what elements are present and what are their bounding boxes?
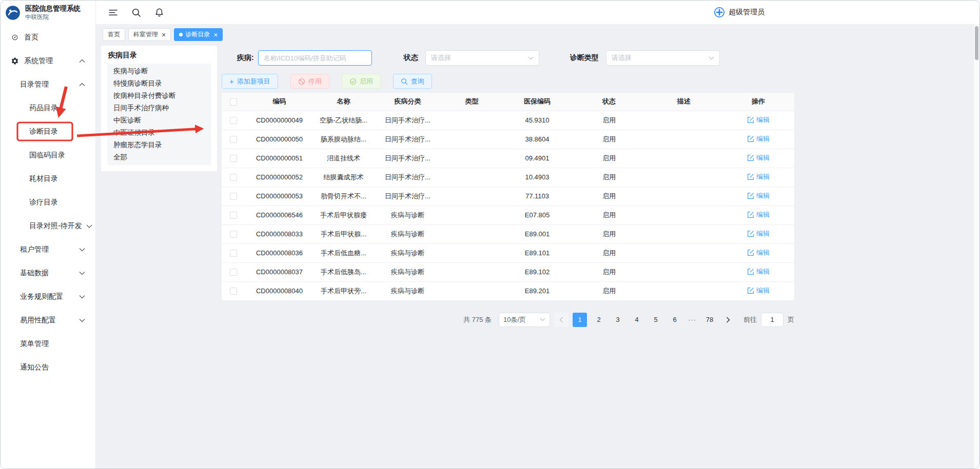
table-row: CD0000008036 手术后低血糖... 疾病与诊断 E89.101 启用 — [222, 243, 794, 262]
row-checkbox[interactable] — [230, 117, 237, 124]
edit-button[interactable]: 编辑 — [747, 134, 770, 144]
edit-button[interactable]: 编辑 — [747, 153, 770, 162]
table-row: CD0000000050 肠系膜动脉结... 日间手术治疗... 38.8604… — [222, 130, 794, 149]
sidebar-item-tenant-mgmt[interactable]: 租户管理 — [1, 238, 95, 261]
sidebar-item-catalog-mgmt[interactable]: 目录管理 — [1, 73, 95, 96]
cell-category: 疾病与诊断 — [373, 243, 442, 262]
cell-code: CD0000006546 — [245, 206, 314, 225]
row-checkbox[interactable] — [230, 155, 237, 162]
catalog-item[interactable]: 中医证候目录 — [107, 127, 211, 139]
page-number-button[interactable]: 1 — [573, 313, 587, 327]
close-icon[interactable]: × — [213, 31, 218, 38]
edit-button[interactable]: 编辑 — [747, 115, 770, 125]
chevron-down-icon — [540, 318, 545, 321]
sidebar-item-label: 基础数据 — [20, 269, 49, 278]
column-header-category: 疾病分类 — [373, 93, 442, 111]
collapse-menu-icon[interactable] — [108, 8, 118, 17]
sidebar-item-menu-mgmt[interactable]: 菜单管理 — [1, 332, 95, 356]
gear-icon — [11, 57, 19, 65]
cell-code: CD0000008033 — [245, 225, 314, 243]
row-checkbox[interactable] — [230, 288, 237, 295]
cell-category: 日间手术治疗... — [373, 111, 442, 130]
edit-button[interactable]: 编辑 — [747, 286, 770, 295]
active-tab-dot — [179, 33, 183, 36]
status-select[interactable]: 请选择 — [425, 50, 539, 66]
page-number-button[interactable]: 3 — [611, 313, 625, 327]
catalog-item[interactable]: 疾病与诊断 — [107, 65, 211, 77]
edit-button[interactable]: 编辑 — [747, 191, 770, 200]
tab-dept-mgmt[interactable]: 科室管理 × — [128, 28, 171, 41]
sidebar-item-label: 首页 — [24, 33, 38, 42]
tab-home[interactable]: 首页 — [103, 28, 125, 41]
bell-icon[interactable] — [154, 8, 164, 17]
row-checkbox[interactable] — [230, 231, 237, 238]
catalog-item[interactable]: 按病种目录付费诊断 — [107, 90, 211, 102]
catalog-item[interactable]: 全部 — [107, 151, 211, 164]
page-number-button[interactable]: 4 — [630, 313, 644, 327]
add-item-button[interactable]: + 添加新项目 — [222, 74, 278, 89]
scrollbar-thumb[interactable] — [975, 26, 978, 60]
row-checkbox[interactable] — [230, 136, 237, 143]
sidebar-item-notice[interactable]: 通知公告 — [1, 356, 95, 379]
sidebar-item-home[interactable]: 首页 — [1, 26, 95, 49]
disease-search-input[interactable] — [258, 50, 372, 66]
sidebar-item-consumable-catalog[interactable]: 耗材目录 — [1, 167, 95, 191]
edit-button[interactable]: 编辑 — [747, 248, 770, 257]
page-number-button[interactable]: 5 — [649, 313, 663, 327]
chevron-down-icon — [86, 225, 92, 228]
page-number-button[interactable]: 6 — [668, 313, 682, 327]
scrollbar[interactable] — [973, 25, 979, 468]
goto-suffix: 页 — [788, 315, 794, 324]
sidebar-item-business-rules[interactable]: 业务规则配置 — [1, 285, 95, 309]
diagnosis-type-select[interactable]: 请选择 — [606, 50, 720, 66]
cell-type — [442, 243, 501, 262]
chevron-up-icon — [79, 59, 85, 63]
row-checkbox[interactable] — [230, 174, 237, 181]
close-icon[interactable]: × — [162, 31, 166, 38]
sidebar-item-drug-catalog[interactable]: 药品目录 — [1, 96, 95, 120]
sidebar-item-diagnosis-catalog[interactable]: 诊断目录 — [1, 120, 95, 144]
page-number-button[interactable]: 2 — [592, 313, 606, 327]
row-checkbox[interactable] — [230, 193, 237, 200]
sidebar-item-usability-config[interactable]: 易用性配置 — [1, 309, 95, 332]
last-page-button[interactable]: 78 — [702, 313, 717, 327]
sidebar-item-system-mgmt[interactable]: 系统管理 — [1, 49, 95, 73]
goto-page-input[interactable] — [761, 313, 783, 327]
tab-diagnosis-catalog[interactable]: 诊断目录 × — [174, 28, 223, 41]
cell-insurance-code: 10.4903 — [501, 168, 573, 187]
row-checkbox[interactable] — [230, 269, 237, 276]
next-page-button[interactable] — [721, 313, 735, 327]
edit-icon — [747, 287, 754, 294]
edit-icon — [747, 211, 754, 218]
catalog-item[interactable]: 中医诊断 — [107, 114, 211, 127]
cell-category: 日间手术治疗... — [373, 168, 442, 187]
sidebar-item-catalog-compare[interactable]: 目录对照-待开发 — [1, 214, 95, 238]
search-icon[interactable] — [131, 8, 141, 17]
cell-type — [442, 149, 501, 168]
cell-name: 手术后甲状腺... — [314, 225, 373, 243]
sidebar-item-label: 耗材目录 — [29, 174, 58, 183]
edit-button[interactable]: 编辑 — [747, 229, 770, 238]
edit-button[interactable]: 编辑 — [747, 172, 770, 181]
sidebar-item-treatment-catalog[interactable]: 诊疗目录 — [1, 191, 95, 214]
sidebar-item-national-code-catalog[interactable]: 国临码目录 — [1, 144, 95, 167]
content-panel: 疾病: 状态 请选择 诊断类型 请选择 + 添加新项目 — [222, 46, 794, 327]
catalog-item[interactable]: 特慢病诊断目录 — [107, 77, 211, 90]
enable-button[interactable]: 启用 — [342, 74, 381, 89]
catalog-item[interactable]: 肿瘤形态学目录 — [107, 139, 211, 151]
prev-page-button[interactable] — [554, 313, 569, 327]
chevron-down-icon — [709, 56, 714, 60]
user-menu[interactable]: 超级管理员 — [714, 1, 765, 24]
sidebar-item-base-data[interactable]: 基础数据 — [1, 261, 95, 285]
edit-button[interactable]: 编辑 — [747, 210, 770, 219]
select-all-checkbox[interactable] — [230, 98, 237, 106]
catalog-item[interactable]: 日间手术治疗病种 — [107, 102, 211, 114]
edit-button[interactable]: 编辑 — [747, 267, 770, 276]
cell-insurance-code: E89.102 — [501, 262, 573, 281]
topbar: 超级管理员 — [96, 1, 980, 24]
query-button[interactable]: 查询 — [393, 74, 432, 89]
row-checkbox[interactable] — [230, 212, 237, 219]
row-checkbox[interactable] — [230, 250, 237, 257]
page-size-select[interactable]: 10条/页 — [499, 313, 550, 327]
disable-button[interactable]: 停用 — [290, 74, 329, 89]
